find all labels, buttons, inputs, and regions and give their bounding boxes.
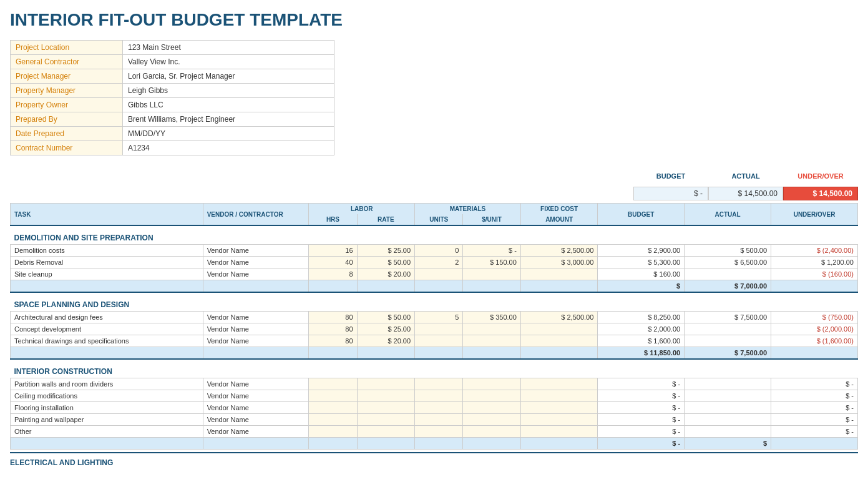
rate-cell: $ 50.00 <box>357 257 415 268</box>
hrs-cell <box>309 426 357 438</box>
task-cell: Painting and wallpaper <box>11 414 203 426</box>
info-row: Date PreparedMM/DD/YY <box>11 127 334 141</box>
section-header-row: SPACE PLANNING AND DESIGN <box>11 292 858 312</box>
info-label: Property Manager <box>11 84 123 98</box>
subtotal-cell: $ 7,000.00 <box>685 280 771 293</box>
unit-price-cell <box>463 323 521 335</box>
units-cell: 2 <box>415 257 463 268</box>
task-cell: Technical drawings and specifications <box>11 335 203 347</box>
vendor-cell: Vendor Name <box>203 257 309 268</box>
budget-cell: $ - <box>598 402 685 414</box>
rate-cell <box>357 378 415 390</box>
page-title: INTERIOR FIT-OUT BUDGET TEMPLATE <box>10 10 858 30</box>
vendor-cell: Vendor Name <box>203 414 309 426</box>
table-row: Debris RemovalVendor Name40$ 50.002$ 150… <box>11 257 858 268</box>
subtotal-cell <box>520 280 597 293</box>
vendor-cell: Vendor Name <box>203 268 309 280</box>
subtotal-cell: $ <box>685 438 771 450</box>
under-over-cell: $ (750.00) <box>771 312 858 323</box>
units-cell <box>415 323 463 335</box>
summary-actual-value: $ 14,500.00 <box>708 187 783 200</box>
fixed-cost-cell <box>520 323 597 335</box>
summary-values: $ - $ 14,500.00 $ 14,500.00 <box>10 187 858 200</box>
actual-cell <box>685 426 771 438</box>
units-cell <box>415 335 463 347</box>
summary-budget-value: $ - <box>633 187 708 200</box>
hrs-cell <box>309 402 357 414</box>
rate-cell <box>357 426 415 438</box>
vendor-cell: Vendor Name <box>203 323 309 335</box>
info-row: General ContractorValley View Inc. <box>11 55 334 69</box>
info-label: Property Owner <box>11 98 123 112</box>
table-row: OtherVendor Name$ -$ - <box>11 426 858 438</box>
actual-cell <box>685 402 771 414</box>
subtotal-cell: $ - <box>598 438 685 450</box>
col-header-units: UNITS <box>415 214 463 225</box>
subtotal-cell <box>11 280 203 293</box>
col-header-rate: RATE <box>357 214 415 225</box>
info-value: Gibbs LLC <box>123 98 334 112</box>
subtotal-cell <box>357 438 415 450</box>
budget-cell: $ - <box>598 390 685 402</box>
actual-cell <box>685 323 771 335</box>
hrs-cell: 16 <box>309 245 357 257</box>
info-label: Project Location <box>11 41 123 55</box>
rate-cell <box>357 414 415 426</box>
hrs-cell: 80 <box>309 323 357 335</box>
next-section-label: ELECTRICAL AND LIGHTING <box>10 452 858 467</box>
subtotal-cell <box>309 438 357 450</box>
hrs-cell: 80 <box>309 335 357 347</box>
info-row: Project Location123 Main Street <box>11 41 334 55</box>
col-header-fixed-amount: AMOUNT <box>520 214 597 225</box>
units-cell <box>415 426 463 438</box>
under-over-label: UNDER/OVER <box>783 170 858 182</box>
actual-cell: $ 500.00 <box>685 245 771 257</box>
units-cell <box>415 268 463 280</box>
info-label: Prepared By <box>11 112 123 127</box>
unit-price-cell: $ 150.00 <box>463 257 521 268</box>
col-header-vendor: VENDOR / CONTRACTOR <box>203 204 309 226</box>
table-row: Demolition costsVendor Name16$ 25.000$ -… <box>11 245 858 257</box>
table-row: Technical drawings and specificationsVen… <box>11 335 858 347</box>
info-value: Valley View Inc. <box>123 55 334 69</box>
unit-price-cell <box>463 268 521 280</box>
fixed-cost-cell <box>520 390 597 402</box>
under-over-cell: $ (2,000.00) <box>771 323 858 335</box>
task-cell: Ceiling modifications <box>11 390 203 402</box>
units-cell <box>415 402 463 414</box>
col-header-budget: BUDGET <box>598 204 685 226</box>
actual-cell <box>685 390 771 402</box>
task-cell: Debris Removal <box>11 257 203 268</box>
col-header-under-over: UNDER/OVER <box>771 204 858 226</box>
task-cell: Architectural and design fees <box>11 312 203 323</box>
info-row: Property ManagerLeigh Gibbs <box>11 84 334 98</box>
subtotal-cell <box>520 347 597 360</box>
budget-cell: $ 8,250.00 <box>598 312 685 323</box>
info-table: Project Location123 Main StreetGeneral C… <box>10 40 334 155</box>
col-header-labor-group: LABOR <box>309 204 415 215</box>
unit-price-cell: $ 350.00 <box>463 312 521 323</box>
subtotal-cell <box>415 438 463 450</box>
table-row: Partition walls and room dividersVendor … <box>11 378 858 390</box>
subtotal-cell <box>203 438 309 450</box>
fixed-cost-cell: $ 2,500.00 <box>520 245 597 257</box>
subtotal-row: $ 11,850.00$ 7,500.00 <box>11 347 858 360</box>
actual-cell <box>685 268 771 280</box>
fixed-cost-cell <box>520 414 597 426</box>
subtotal-cell: $ 11,850.00 <box>598 347 685 360</box>
subtotal-cell <box>415 347 463 360</box>
task-cell: Site cleanup <box>11 268 203 280</box>
subtotal-cell <box>463 280 521 293</box>
summary-bar: BUDGET ACTUAL UNDER/OVER <box>10 170 858 182</box>
unit-price-cell <box>463 402 521 414</box>
vendor-cell: Vendor Name <box>203 378 309 390</box>
subtotal-cell <box>771 280 858 293</box>
table-row: Painting and wallpaperVendor Name$ -$ - <box>11 414 858 426</box>
vendor-cell: Vendor Name <box>203 245 309 257</box>
table-row: Architectural and design feesVendor Name… <box>11 312 858 323</box>
units-cell <box>415 414 463 426</box>
subtotal-row: $ -$ <box>11 438 858 450</box>
subtotal-cell <box>463 438 521 450</box>
subtotal-cell <box>11 438 203 450</box>
vendor-cell: Vendor Name <box>203 312 309 323</box>
